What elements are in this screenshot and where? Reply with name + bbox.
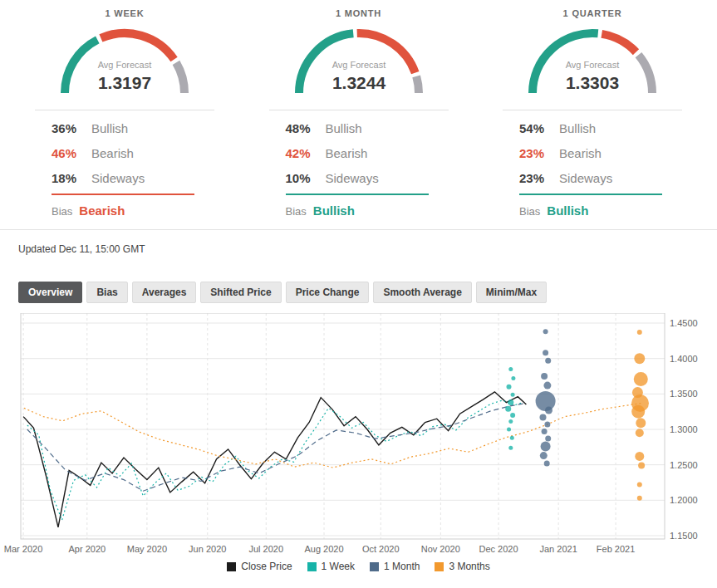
chart-area: 1.45001.40001.35001.30001.25001.20001.15…: [0, 313, 717, 559]
legend-label: 1 Week: [322, 561, 355, 572]
section-divider: [0, 229, 717, 230]
stats-list: 36%Bullish 46%Bearish 18%Sideways: [35, 115, 214, 190]
tab-overview[interactable]: Overview: [18, 282, 82, 303]
legend-close-price[interactable]: Close Price: [227, 561, 292, 572]
bullish-percent: 54%: [519, 121, 559, 135]
bullish-percent: 36%: [52, 121, 91, 135]
stat-row-bullish: 48%Bullish: [286, 115, 449, 140]
stat-row-bullish: 36%Bullish: [52, 115, 214, 140]
bearish-label: Bearish: [559, 146, 602, 160]
bearish-label: Bearish: [91, 146, 134, 160]
bias-value: Bullish: [313, 203, 355, 218]
legend-label: 1 Month: [384, 561, 420, 572]
tab-minim-max[interactable]: Minim/Max: [476, 282, 547, 303]
panel-title-1-quarter: 1 QUARTER: [503, 8, 682, 18]
three-months-swatch: [435, 562, 444, 571]
sideways-label: Sideways: [91, 171, 145, 185]
stats-list: 54%Bullish 23%Bearish 23%Sideways: [503, 115, 682, 190]
gauge-1-month: Avg Forecast 1.3244: [288, 20, 430, 100]
one-week-swatch: [307, 562, 317, 571]
svg-text:Mar 2020: Mar 2020: [4, 544, 42, 554]
bias-underline: [519, 194, 662, 195]
avg-forecast-value: 1.3244: [331, 73, 386, 92]
bearish-percent: 23%: [519, 146, 559, 160]
bullish-label: Bullish: [91, 121, 128, 135]
svg-text:Oct 2020: Oct 2020: [362, 544, 400, 554]
updated-timestamp: Updated Dec 11, 15:00 GMT: [18, 243, 717, 255]
sideways-percent: 23%: [519, 171, 559, 185]
legend-3-months[interactable]: 3 Months: [435, 561, 489, 572]
bias-underline: [286, 194, 429, 195]
forecast-panels: 1 WEEK Avg Forecast 1.3197 36%Bullish 46…: [0, 0, 717, 218]
one-month-swatch: [370, 562, 379, 571]
svg-text:May 2020: May 2020: [127, 544, 167, 554]
avg-forecast-label: Avg Forecast: [566, 60, 620, 70]
svg-text:1.1500: 1.1500: [670, 531, 698, 541]
panel-title-1-month: 1 MONTH: [269, 8, 449, 18]
tab-smooth-average[interactable]: Smooth Average: [373, 282, 471, 303]
tab-bias[interactable]: Bias: [86, 282, 127, 303]
bias-label: Bias: [519, 205, 540, 218]
panel-divider: [503, 110, 682, 110]
svg-text:1.4500: 1.4500: [670, 318, 698, 328]
stat-row-bearish: 23%Bearish: [519, 140, 682, 165]
svg-text:1.2000: 1.2000: [670, 495, 698, 505]
avg-forecast-label: Avg Forecast: [331, 60, 386, 70]
panel-title-1-week: 1 WEEK: [35, 8, 214, 18]
bias-value: Bearish: [79, 203, 125, 218]
bias-value: Bullish: [547, 203, 588, 218]
svg-text:Apr 2020: Apr 2020: [68, 544, 106, 554]
sideways-label: Sideways: [326, 171, 379, 185]
bias-row: Bias Bullish: [286, 203, 449, 218]
bearish-label: Bearish: [326, 146, 368, 160]
bias-underline: [52, 194, 194, 195]
panel-1-week: 1 WEEK Avg Forecast 1.3197 36%Bullish 46…: [35, 5, 214, 218]
tab-shifted-price[interactable]: Shifted Price: [200, 282, 281, 303]
panel-divider: [35, 110, 214, 110]
stat-row-bearish: 42%Bearish: [286, 140, 449, 165]
svg-text:Jan 2021: Jan 2021: [539, 544, 577, 554]
svg-text:Aug 2020: Aug 2020: [304, 544, 343, 554]
svg-text:Jun 2020: Jun 2020: [189, 544, 226, 554]
stat-row-sideways: 10%Sideways: [286, 165, 449, 190]
bullish-percent: 48%: [286, 121, 326, 135]
stat-row-sideways: 18%Sideways: [52, 165, 214, 190]
sideways-percent: 10%: [286, 171, 326, 185]
bias-row: Bias Bearish: [52, 203, 214, 218]
gauge-1-week: Avg Forecast 1.3197: [54, 20, 195, 100]
bearish-percent: 42%: [286, 146, 326, 160]
tab-price-change[interactable]: Price Change: [286, 282, 370, 303]
svg-text:Dec 2020: Dec 2020: [479, 544, 518, 554]
legend-1-week[interactable]: 1 Week: [307, 561, 355, 572]
legend-label: 3 Months: [449, 561, 489, 572]
svg-text:1.3000: 1.3000: [670, 424, 698, 434]
bullish-label: Bullish: [326, 121, 362, 135]
svg-text:1.4000: 1.4000: [670, 354, 698, 364]
legend-1-month[interactable]: 1 Month: [370, 561, 420, 572]
stats-list: 48%Bullish 42%Bearish 10%Sideways: [269, 115, 449, 190]
stat-row-sideways: 23%Sideways: [519, 165, 682, 190]
stat-row-bullish: 54%Bullish: [519, 115, 682, 140]
bullish-label: Bullish: [559, 121, 596, 135]
svg-text:1.2500: 1.2500: [670, 460, 698, 470]
bias-label: Bias: [52, 205, 72, 218]
gauge-1-quarter: Avg Forecast 1.3303: [522, 20, 663, 100]
svg-text:Jul 2020: Jul 2020: [248, 544, 283, 554]
svg-text:Nov 2020: Nov 2020: [421, 544, 460, 554]
forecast-chart[interactable]: 1.45001.40001.35001.30001.25001.20001.15…: [0, 313, 717, 559]
panel-1-quarter: 1 QUARTER Avg Forecast 1.3303 54%Bullish…: [503, 5, 682, 218]
sideways-label: Sideways: [559, 171, 612, 185]
panel-1-month: 1 MONTH Avg Forecast 1.3244 48%Bullish 4…: [269, 5, 449, 218]
tab-averages[interactable]: Averages: [132, 282, 197, 303]
legend-label: Close Price: [241, 561, 292, 572]
bearish-percent: 46%: [52, 146, 91, 160]
stat-row-bearish: 46%Bearish: [52, 140, 214, 165]
avg-forecast-label: Avg Forecast: [98, 60, 152, 70]
forecast-poll-page: 1 WEEK Avg Forecast 1.3197 36%Bullish 46…: [0, 0, 717, 572]
svg-text:1.3500: 1.3500: [670, 389, 698, 399]
sideways-percent: 18%: [52, 171, 91, 185]
chart-tabs: Overview Bias Averages Shifted Price Pri…: [18, 282, 717, 303]
bias-label: Bias: [286, 205, 307, 218]
bias-row: Bias Bullish: [519, 203, 682, 218]
svg-text:Feb 2021: Feb 2021: [597, 544, 635, 554]
